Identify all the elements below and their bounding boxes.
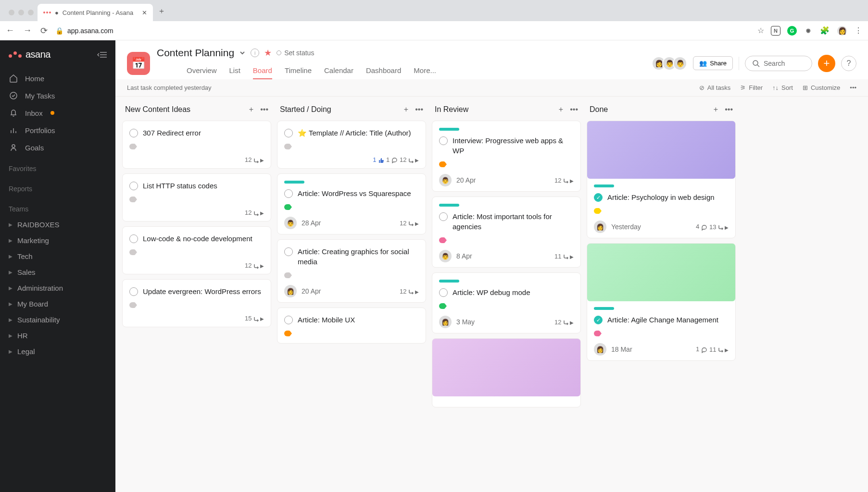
task-card[interactable]: Article: WP debug mode👩3 May12 ▶ xyxy=(432,272,581,333)
subtask-count[interactable]: 12 ▶ xyxy=(400,220,419,227)
minimize-window[interactable] xyxy=(18,10,24,15)
subtask-count[interactable]: 11 ▶ xyxy=(554,253,574,260)
complete-task-icon[interactable]: ✓ xyxy=(594,193,603,202)
add-button[interactable]: + xyxy=(818,55,835,72)
browser-menu-icon[interactable]: ⋮ xyxy=(855,26,862,35)
task-card[interactable]: ✓Article: Agile Change Management👩18 Mar… xyxy=(587,243,736,361)
task-card[interactable]: Low-code & no-code development12 ▶ xyxy=(122,226,271,274)
column-title[interactable]: In Review xyxy=(435,105,468,114)
favorite-star-icon[interactable]: ★ xyxy=(264,48,272,58)
like-count[interactable]: 1 xyxy=(373,156,384,163)
tab-close-icon[interactable]: ✕ xyxy=(142,9,147,16)
sidebar-team-item[interactable]: ▶Legal xyxy=(0,344,115,359)
task-card[interactable]: 307 Redirect error12 ▶ xyxy=(122,121,271,169)
filter-button[interactable]: ⚞Filter xyxy=(740,84,763,91)
subtask-count[interactable]: 12 ▶ xyxy=(400,156,419,163)
assignee-avatar[interactable]: 👨 xyxy=(439,174,452,186)
tab-list[interactable]: List xyxy=(229,62,240,79)
tab-board[interactable]: Board xyxy=(253,62,272,79)
asana-logo[interactable]: asana xyxy=(9,49,50,60)
sidebar-section-teams[interactable]: Teams xyxy=(0,197,115,217)
sidebar-item-inbox[interactable]: Inbox xyxy=(0,104,115,122)
profile-avatar[interactable]: 👩 xyxy=(836,25,848,37)
complete-task-icon[interactable] xyxy=(129,234,138,243)
avatar[interactable]: 👨 xyxy=(673,56,687,71)
task-card[interactable]: ⭐ Template // Article: Title (Author)1 1… xyxy=(277,121,426,169)
subtask-count[interactable]: 12 ▶ xyxy=(245,209,264,216)
complete-task-icon[interactable] xyxy=(439,288,448,297)
tab-dashboard[interactable]: Dashboard xyxy=(366,62,401,79)
complete-task-icon[interactable] xyxy=(129,182,138,190)
new-tab-button[interactable]: ＋ xyxy=(153,6,170,21)
assignee-avatar[interactable]: 👨 xyxy=(284,217,297,229)
sort-button[interactable]: ↑↓Sort xyxy=(772,84,793,91)
task-card[interactable]: Article: Most important tools for agenci… xyxy=(432,197,581,268)
assignee-avatar[interactable]: 👩 xyxy=(439,316,452,328)
grammarly-extension-icon[interactable]: G xyxy=(787,26,797,36)
comment-count[interactable]: 1 xyxy=(386,156,398,163)
column-menu-icon[interactable]: ••• xyxy=(260,105,268,114)
extension-icon[interactable]: ◉ xyxy=(804,26,813,36)
column-title[interactable]: Done xyxy=(590,105,608,114)
tab-more[interactable]: More... xyxy=(414,62,436,79)
project-title[interactable]: Content Planning xyxy=(157,47,234,59)
subtask-count[interactable]: 12 ▶ xyxy=(554,177,574,184)
complete-task-icon[interactable] xyxy=(284,247,293,256)
sidebar-section-favorites[interactable]: Favorites xyxy=(0,156,115,176)
subtask-count[interactable]: 15 ▶ xyxy=(245,315,264,322)
subtask-count[interactable]: 12 ▶ xyxy=(400,288,419,295)
help-button[interactable]: ? xyxy=(841,56,856,71)
subtask-count[interactable]: 12 ▶ xyxy=(554,319,574,326)
member-avatars[interactable]: 👩 👨 👨 xyxy=(655,56,687,71)
extensions-icon[interactable]: 🧩 xyxy=(820,26,830,35)
task-card[interactable]: Interview: Progressive web apps & WP👨20 … xyxy=(432,121,581,192)
notion-extension-icon[interactable]: N xyxy=(771,26,780,36)
add-card-icon[interactable]: + xyxy=(249,105,253,114)
complete-task-icon[interactable] xyxy=(439,136,448,145)
sidebar-team-item[interactable]: ▶Administration xyxy=(0,280,115,296)
all-tasks-button[interactable]: ⊘All tasks xyxy=(699,84,730,91)
subtask-count[interactable]: 12 ▶ xyxy=(245,156,264,163)
sidebar-team-item[interactable]: ▶Tech xyxy=(0,248,115,264)
assignee-avatar[interactable]: 👨 xyxy=(439,250,452,262)
sidebar-team-item[interactable]: ▶Sales xyxy=(0,264,115,280)
tab-overview[interactable]: Overview xyxy=(187,62,217,79)
complete-task-icon[interactable] xyxy=(439,212,448,221)
comment-count[interactable]: 1 xyxy=(696,345,707,353)
complete-task-icon[interactable] xyxy=(129,129,138,137)
column-title[interactable]: Started / Doing xyxy=(280,105,331,114)
complete-task-icon[interactable] xyxy=(284,189,293,198)
sidebar-item-home[interactable]: Home xyxy=(0,70,115,87)
info-icon[interactable]: i xyxy=(251,49,259,57)
reload-button[interactable]: ⟳ xyxy=(40,25,48,36)
set-status-button[interactable]: Set status xyxy=(277,49,314,57)
share-button[interactable]: 👥 Share xyxy=(693,56,733,70)
tab-calendar[interactable]: Calendar xyxy=(324,62,353,79)
sidebar-team-item[interactable]: ▶Marketing xyxy=(0,233,115,248)
task-card[interactable]: Article: WordPress vs Squarespace👨28 Apr… xyxy=(277,173,426,234)
sidebar-team-item[interactable]: ▶RAIDBOXES xyxy=(0,217,115,233)
task-card[interactable] xyxy=(432,338,581,407)
column-title[interactable]: New Content Ideas xyxy=(125,105,190,114)
customize-button[interactable]: ⊞Customize xyxy=(803,84,840,91)
add-card-icon[interactable]: + xyxy=(404,105,408,114)
task-card[interactable]: Article: Mobile UX xyxy=(277,308,426,344)
url-field[interactable]: 🔒 app.asana.com xyxy=(55,27,113,35)
close-window[interactable] xyxy=(9,10,14,15)
add-card-icon[interactable]: + xyxy=(559,105,563,114)
collapse-sidebar-icon[interactable] xyxy=(97,51,107,58)
task-card[interactable]: List HTTP status codes12 ▶ xyxy=(122,173,271,221)
search-input[interactable]: Search xyxy=(745,56,812,71)
complete-task-icon[interactable] xyxy=(129,287,138,296)
project-icon[interactable]: 📅 xyxy=(127,52,150,75)
tab-timeline[interactable]: Timeline xyxy=(285,62,312,79)
back-button[interactable]: ← xyxy=(6,25,14,36)
complete-task-icon[interactable] xyxy=(284,316,293,324)
maximize-window[interactable] xyxy=(28,10,34,15)
sidebar-team-item[interactable]: ▶Sustainability xyxy=(0,312,115,328)
browser-tab[interactable]: ● Content Planning - Asana ✕ xyxy=(38,4,153,21)
assignee-avatar[interactable]: 👩 xyxy=(284,285,297,297)
complete-task-icon[interactable]: ✓ xyxy=(594,316,603,324)
task-card[interactable]: ✓Article: Psychology in web design👩Yeste… xyxy=(587,121,736,238)
subtask-count[interactable]: 12 ▶ xyxy=(245,262,264,269)
